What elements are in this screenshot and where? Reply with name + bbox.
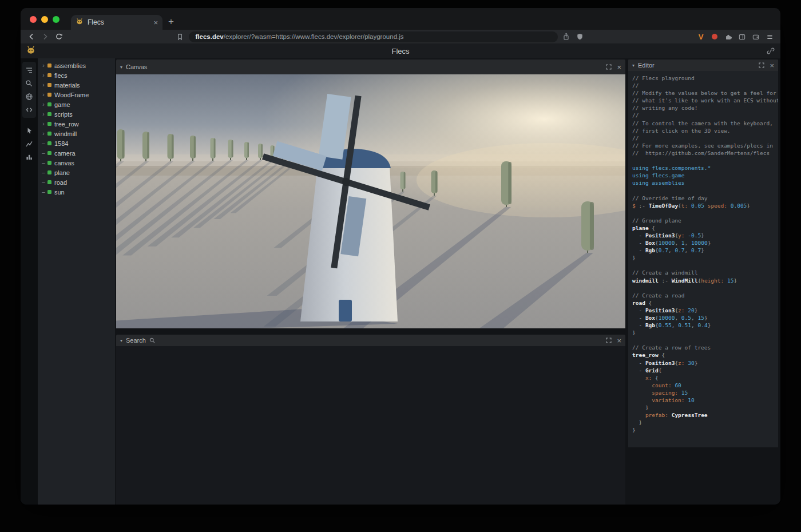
code-line: }	[632, 329, 778, 336]
code-line: // Create a row of trees	[632, 344, 778, 351]
tree-item-label: plane	[54, 169, 70, 176]
code-line: // https://github.com/SanderMertens/flec…	[632, 149, 778, 157]
code-line: // To control the camera with the keyboa…	[632, 120, 778, 127]
tree-item[interactable]: –camera	[38, 148, 115, 158]
icon-group-top	[22, 62, 36, 118]
bookmark-icon[interactable]	[175, 31, 185, 42]
share-icon[interactable]	[561, 32, 572, 41]
search-panel: ▾ Search ×	[116, 335, 625, 505]
close-icon[interactable]: ×	[617, 63, 621, 71]
tree-item[interactable]: –1584	[38, 138, 115, 148]
app-content: ›assemblies›flecs›materials›WoodFrame›ga…	[21, 58, 780, 505]
chevron-right-icon[interactable]: ›	[41, 111, 46, 117]
code-line	[632, 261, 778, 269]
back-icon[interactable]	[26, 31, 37, 42]
tree-item[interactable]: –road	[38, 177, 115, 187]
chevron-right-icon[interactable]: ›	[41, 72, 46, 78]
url-bar[interactable]: flecs.dev/explorer/?wasm=https://www.fle…	[189, 31, 558, 42]
module-color-square	[47, 93, 51, 97]
editor-panel: ▾ Editor × // Flecs playground//// Modif…	[628, 59, 778, 447]
module-color-square	[47, 73, 51, 77]
tree-item[interactable]: ›windmill	[38, 129, 115, 138]
tree-item-label: camera	[54, 150, 76, 157]
editor-panel-header: ▾ Editor ×	[628, 59, 778, 71]
leaf-dash-icon: –	[41, 179, 46, 185]
zoom-window-button[interactable]	[53, 16, 60, 23]
code-line	[632, 284, 778, 292]
shield-icon[interactable]	[575, 32, 585, 41]
canvas-panel: ▾ Canvas ×	[116, 59, 625, 328]
new-tab-button[interactable]: +	[168, 16, 174, 27]
tree-item[interactable]: ›tree_row	[38, 119, 115, 129]
code-line	[632, 157, 778, 164]
side-panel-icon[interactable]	[737, 32, 747, 41]
canvas-3d-viewport[interactable]	[116, 74, 625, 328]
world-icon[interactable]	[22, 90, 36, 103]
code-line: - Position3{z: 20}	[632, 307, 778, 314]
chevron-right-icon[interactable]: ›	[41, 101, 46, 108]
chevron-right-icon[interactable]: ›	[41, 62, 46, 69]
entity-color-square	[47, 170, 51, 174]
chevron-down-icon[interactable]: ▾	[632, 63, 635, 68]
tree-item[interactable]: –sun	[38, 187, 115, 197]
chevron-right-icon[interactable]: ›	[41, 82, 46, 88]
tree-item[interactable]: ›materials	[38, 80, 115, 90]
tab-close-icon[interactable]: ×	[153, 19, 158, 26]
menu-icon[interactable]	[764, 32, 775, 41]
tree-item[interactable]: ›WoodFrame	[38, 90, 115, 100]
chevron-right-icon[interactable]: ›	[41, 92, 46, 98]
icon-group-bottom	[22, 122, 36, 164]
tree-item[interactable]: ›assemblies	[38, 61, 115, 70]
code-icon[interactable]	[22, 103, 36, 116]
chart-icon[interactable]	[22, 137, 36, 150]
tree-item[interactable]: –canvas	[38, 158, 115, 168]
wallet-icon[interactable]	[751, 32, 761, 41]
code-line: }	[632, 404, 778, 411]
stats-icon[interactable]	[22, 150, 36, 163]
icon-sidebar	[21, 58, 38, 505]
search-results-area[interactable]	[116, 346, 625, 505]
browser-tab[interactable]: Flecs ×	[71, 15, 162, 30]
code-line: plane {	[632, 224, 778, 232]
tree-item-label: road	[54, 179, 67, 186]
close-window-button[interactable]	[30, 16, 37, 23]
chevron-down-icon[interactable]: ▾	[120, 65, 122, 70]
canvas-panel-header: ▾ Canvas ×	[116, 59, 625, 74]
code-line: //	[632, 112, 778, 119]
extensions-puzzle-icon[interactable]	[723, 32, 733, 41]
tree-item[interactable]: ›scripts	[38, 109, 115, 119]
leaf-dash-icon: –	[41, 169, 46, 176]
tree-item[interactable]: –plane	[38, 168, 115, 177]
chevron-down-icon[interactable]: ▾	[120, 338, 122, 343]
close-icon[interactable]: ×	[617, 337, 621, 344]
entities-tree-icon[interactable]	[22, 63, 36, 77]
tab-strip: Flecs × +	[21, 8, 780, 30]
url-host: flecs.dev	[196, 33, 224, 40]
code-line	[632, 336, 778, 344]
share-link-icon[interactable]	[767, 47, 775, 57]
reload-icon[interactable]	[54, 31, 64, 42]
search-icon[interactable]	[22, 77, 36, 90]
extension-record-icon[interactable]	[709, 32, 720, 41]
tree-item[interactable]: ›flecs	[38, 70, 115, 80]
code-line: // Ground plane	[632, 217, 778, 224]
code-line: - Box{10000, 1, 10000}	[632, 239, 778, 247]
module-color-square	[47, 83, 51, 87]
extension-v-icon[interactable]: V	[696, 32, 706, 41]
close-icon[interactable]: ×	[770, 62, 774, 69]
expand-icon[interactable]	[606, 62, 612, 72]
tree-item-label: flecs	[54, 72, 68, 79]
code-line: - Rgb{0.7, 0.7, 0.7}	[632, 247, 778, 254]
entity-tree: ›assemblies›flecs›materials›WoodFrame›ga…	[38, 58, 115, 505]
chevron-right-icon[interactable]: ›	[41, 121, 46, 127]
code-line: using flecs.game	[632, 172, 778, 179]
tree-item[interactable]: ›game	[38, 100, 115, 109]
code-line: $ :- TimeOfDay{t: 0.05 speed: 0.005}	[632, 202, 778, 209]
expand-icon[interactable]	[606, 335, 612, 346]
editor-code[interactable]: // Flecs playground//// Modify the value…	[628, 71, 778, 447]
minimize-window-button[interactable]	[41, 16, 48, 23]
inspect-icon[interactable]	[22, 124, 36, 137]
forward-icon[interactable]	[40, 31, 50, 42]
expand-icon[interactable]	[759, 60, 764, 70]
chevron-right-icon[interactable]: ›	[41, 130, 46, 137]
